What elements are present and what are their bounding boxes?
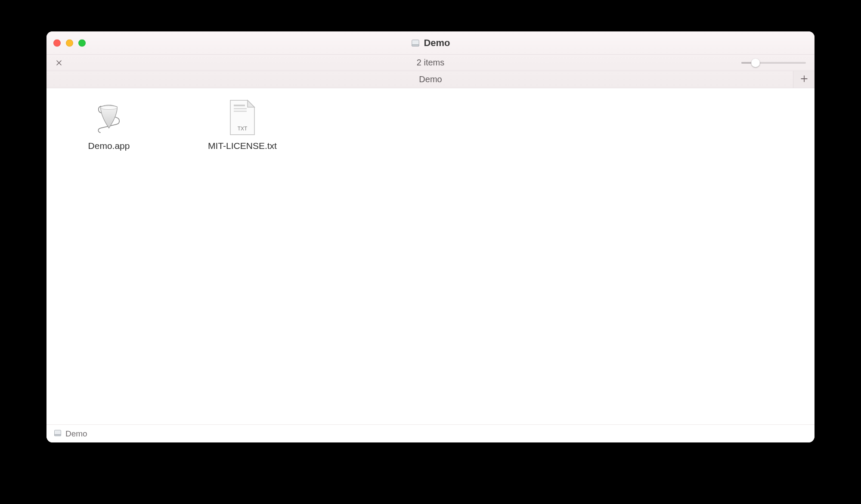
svg-rect-3 — [234, 105, 245, 106]
svg-rect-4 — [234, 108, 247, 109]
svg-rect-8 — [55, 434, 61, 436]
disk-icon — [53, 429, 62, 439]
titlebar: Demo — [46, 31, 815, 55]
zoom-window-button[interactable] — [78, 39, 86, 46]
file-label: Demo.app — [88, 141, 130, 151]
txt-file-icon: TXT — [223, 99, 261, 136]
close-icon[interactable] — [54, 58, 64, 68]
minimize-window-button[interactable] — [66, 39, 73, 46]
file-item-txt[interactable]: TXT MIT-LICENSE.txt — [193, 99, 292, 151]
disk-icon — [411, 38, 420, 48]
svg-rect-1 — [412, 44, 419, 46]
file-grid: Demo.app TXT MIT-LICENSE.txt — [46, 88, 815, 424]
path-location[interactable]: Demo — [65, 429, 87, 439]
tab-bar: Demo — [46, 71, 815, 88]
toolbar: 2 items — [46, 55, 815, 71]
finder-window: Demo 2 items Demo — [46, 31, 815, 442]
window-title: Demo — [411, 37, 450, 49]
path-bar: Demo — [46, 424, 815, 442]
svg-text:TXT: TXT — [238, 126, 248, 132]
file-label: MIT-LICENSE.txt — [208, 141, 277, 151]
script-app-icon — [90, 99, 128, 136]
svg-rect-5 — [234, 111, 247, 112]
close-window-button[interactable] — [53, 39, 61, 46]
plus-icon — [800, 75, 808, 84]
window-title-text: Demo — [424, 37, 450, 49]
svg-point-2 — [101, 106, 118, 110]
slider-track — [741, 62, 806, 64]
new-tab-button[interactable] — [793, 71, 815, 88]
icon-size-slider[interactable] — [741, 59, 806, 67]
item-count-label: 2 items — [417, 58, 444, 68]
file-item-app[interactable]: Demo.app — [59, 99, 158, 151]
window-controls — [53, 39, 86, 46]
tab-active[interactable]: Demo — [419, 74, 442, 84]
slider-thumb[interactable] — [751, 59, 760, 67]
